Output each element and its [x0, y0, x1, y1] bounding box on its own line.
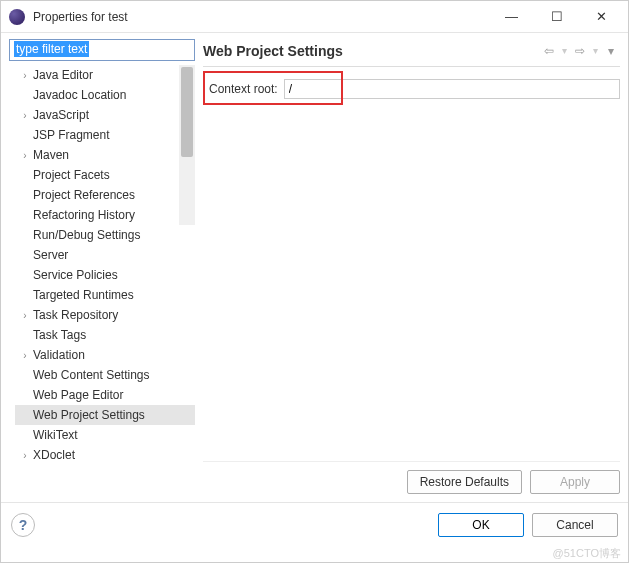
scrollbar-thumb[interactable] [181, 67, 193, 157]
tree-item[interactable]: ›Java Editor [15, 65, 195, 85]
tree-item[interactable]: Project References [15, 185, 195, 205]
nav-forward-icon[interactable]: ⇨ [571, 42, 589, 60]
nav-icons: ⇦ ▾ ⇨ ▾ ▾ [540, 42, 620, 60]
tree-item[interactable]: ›Validation [15, 345, 195, 365]
watermark: @51CTO博客 [553, 546, 621, 561]
tree-item-label: Web Project Settings [33, 408, 145, 422]
tree-item-label: WikiText [33, 428, 78, 442]
tree-item-label: XDoclet [33, 448, 75, 462]
chevron-right-icon[interactable]: › [19, 70, 31, 81]
category-tree[interactable]: ›Java EditorJavadoc Location›JavaScriptJ… [9, 65, 195, 502]
restore-defaults-button[interactable]: Restore Defaults [407, 470, 522, 494]
tree-item-label: JavaScript [33, 108, 89, 122]
chevron-right-icon[interactable]: › [19, 310, 31, 321]
window-controls: — ☐ ✕ [489, 2, 624, 32]
tree-item[interactable]: ›Maven [15, 145, 195, 165]
apply-button[interactable]: Apply [530, 470, 620, 494]
filter-text: type filter text [14, 41, 89, 57]
tree-item[interactable]: Web Content Settings [15, 365, 195, 385]
tree-item[interactable]: ›JavaScript [15, 105, 195, 125]
ok-button[interactable]: OK [438, 513, 524, 537]
minimize-button[interactable]: — [489, 2, 534, 32]
tree-item-label: Web Page Editor [33, 388, 124, 402]
tree-item[interactable]: Javadoc Location [15, 85, 195, 105]
tree-item[interactable]: WikiText [15, 425, 195, 445]
tree-item-label: JSP Fragment [33, 128, 109, 142]
chevron-right-icon[interactable]: › [19, 150, 31, 161]
right-pane: Web Project Settings ⇦ ▾ ⇨ ▾ ▾ Context r… [203, 39, 620, 502]
app-icon [9, 9, 25, 25]
tree-item-label: Targeted Runtimes [33, 288, 134, 302]
maximize-button[interactable]: ☐ [534, 2, 579, 32]
tree-item[interactable]: Task Tags [15, 325, 195, 345]
titlebar: Properties for test — ☐ ✕ [1, 1, 628, 33]
left-pane: type filter text ›Java EditorJavadoc Loc… [9, 39, 195, 502]
tree-item[interactable]: Run/Debug Settings [15, 225, 195, 245]
tree-item-label: Web Content Settings [33, 368, 150, 382]
tree-item-label: Task Repository [33, 308, 118, 322]
tree-item[interactable]: ›XDoclet [15, 445, 195, 465]
tree-item-label: Validation [33, 348, 85, 362]
tree-item[interactable]: JSP Fragment [15, 125, 195, 145]
tree-item[interactable]: Targeted Runtimes [15, 285, 195, 305]
tree-item[interactable]: Service Policies [15, 265, 195, 285]
help-icon[interactable]: ? [11, 513, 35, 537]
tree-item-label: Run/Debug Settings [33, 228, 140, 242]
tree-item-label: Task Tags [33, 328, 86, 342]
tree-item[interactable]: Refactoring History [15, 205, 195, 225]
nav-menu-icon[interactable]: ▾ [602, 42, 620, 60]
nav-sep: ▾ [562, 45, 567, 56]
tree-item-label: Project References [33, 188, 135, 202]
context-root-label: Context root: [209, 82, 278, 96]
page-title: Web Project Settings [203, 43, 540, 59]
filter-input[interactable]: type filter text [9, 39, 195, 61]
window-title: Properties for test [33, 10, 489, 24]
tree-container: ›Java EditorJavadoc Location›JavaScriptJ… [9, 65, 195, 502]
tree-item-label: Maven [33, 148, 69, 162]
tree-item[interactable]: Web Project Settings [15, 405, 195, 425]
page-buttons: Restore Defaults Apply [203, 461, 620, 502]
tree-item-label: Java Editor [33, 68, 93, 82]
tree-item-label: Service Policies [33, 268, 118, 282]
tree-item-label: Server [33, 248, 68, 262]
tree-item-label: Project Facets [33, 168, 110, 182]
form-area: Context root: [203, 67, 620, 461]
tree-item[interactable]: ›Task Repository [15, 305, 195, 325]
tree-item[interactable]: Server [15, 245, 195, 265]
close-button[interactable]: ✕ [579, 2, 624, 32]
nav-back-icon[interactable]: ⇦ [540, 42, 558, 60]
tree-item[interactable]: Project Facets [15, 165, 195, 185]
context-root-input[interactable] [284, 79, 620, 99]
content-area: type filter text ›Java EditorJavadoc Loc… [1, 33, 628, 502]
tree-item[interactable]: Web Page Editor [15, 385, 195, 405]
chevron-right-icon[interactable]: › [19, 110, 31, 121]
scrollbar[interactable] [179, 65, 195, 225]
bottom-bar: ? OK Cancel [1, 502, 628, 546]
nav-sep2: ▾ [593, 45, 598, 56]
context-root-row: Context root: [203, 75, 620, 103]
tree-item-label: Refactoring History [33, 208, 135, 222]
page-header: Web Project Settings ⇦ ▾ ⇨ ▾ ▾ [203, 39, 620, 67]
cancel-button[interactable]: Cancel [532, 513, 618, 537]
chevron-right-icon[interactable]: › [19, 350, 31, 361]
chevron-right-icon[interactable]: › [19, 450, 31, 461]
tree-item-label: Javadoc Location [33, 88, 126, 102]
